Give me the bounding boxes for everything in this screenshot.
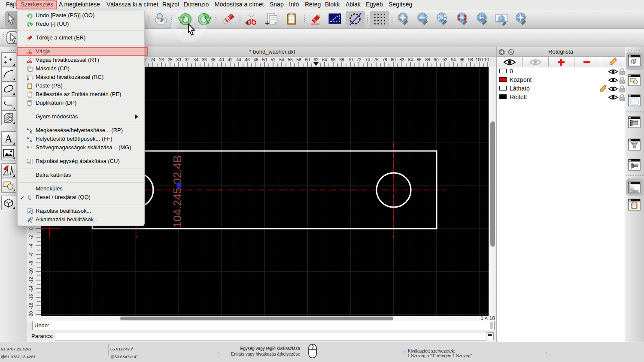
svg-text:80: 80 <box>391 57 396 62</box>
svg-text:102: 102 <box>484 57 489 62</box>
svg-text:96: 96 <box>459 57 465 62</box>
svg-text:-10: -10 <box>29 268 33 275</box>
svg-text:54: 54 <box>279 57 284 62</box>
svg-text:-14: -14 <box>29 285 33 292</box>
svg-text:24: 24 <box>150 57 155 62</box>
svg-text:-6: -6 <box>29 252 33 256</box>
svg-text:84: 84 <box>408 57 413 62</box>
svg-text:0: 0 <box>29 227 33 230</box>
svg-text:40: 40 <box>219 57 224 62</box>
svg-text:78: 78 <box>382 57 387 62</box>
svg-text:-2: -2 <box>29 235 33 239</box>
svg-text:50: 50 <box>262 57 267 62</box>
svg-text:32: 32 <box>185 57 190 62</box>
svg-text:-12: -12 <box>29 277 33 283</box>
svg-text:56: 56 <box>288 57 293 62</box>
svg-text:88: 88 <box>425 57 430 62</box>
svg-text:68: 68 <box>339 57 344 62</box>
svg-text:74: 74 <box>365 57 370 62</box>
svg-text:94: 94 <box>451 57 456 62</box>
svg-text:60: 60 <box>305 57 310 62</box>
svg-text:-8: -8 <box>29 261 33 265</box>
svg-text:86: 86 <box>416 57 422 62</box>
svg-text:28: 28 <box>167 57 173 62</box>
svg-text:58: 58 <box>296 57 301 62</box>
svg-text:26: 26 <box>159 57 164 62</box>
svg-text:70: 70 <box>348 57 353 62</box>
svg-text:100: 100 <box>476 57 483 62</box>
svg-text:104.245.02.4B: 104.245.02.4B <box>171 155 184 228</box>
svg-text:46: 46 <box>245 57 250 62</box>
svg-text:34: 34 <box>193 57 198 62</box>
svg-text:82: 82 <box>399 57 404 62</box>
svg-text:A: A <box>27 145 29 149</box>
svg-text:90: 90 <box>434 57 439 62</box>
svg-text:52: 52 <box>270 57 276 62</box>
svg-text:64: 64 <box>322 57 327 62</box>
svg-text:30: 30 <box>176 57 181 62</box>
svg-text:48: 48 <box>253 57 258 62</box>
svg-text:44: 44 <box>236 57 241 62</box>
svg-text:42: 42 <box>228 57 233 62</box>
svg-text:A: A <box>27 127 29 131</box>
svg-text:36: 36 <box>202 57 207 62</box>
svg-text:-4: -4 <box>29 244 33 247</box>
svg-text:66: 66 <box>331 57 336 62</box>
svg-text:-18: -18 <box>29 302 33 309</box>
svg-text:A: A <box>30 139 32 142</box>
svg-text:-16: -16 <box>29 294 33 300</box>
svg-text:62: 62 <box>313 57 319 62</box>
svg-text:-20: -20 <box>29 311 33 316</box>
svg-text:98: 98 <box>468 57 473 62</box>
svg-text:B: B <box>30 130 32 134</box>
svg-text:A: A <box>5 133 13 145</box>
svg-text:mm: mm <box>27 162 30 164</box>
svg-text:A: A <box>27 136 29 140</box>
svg-text:72: 72 <box>356 57 361 62</box>
svg-text:command: command <box>631 191 638 193</box>
svg-text:92: 92 <box>442 57 447 62</box>
svg-text:in: in <box>27 159 28 161</box>
svg-text:76: 76 <box>374 57 379 62</box>
svg-text:38: 38 <box>210 57 216 62</box>
